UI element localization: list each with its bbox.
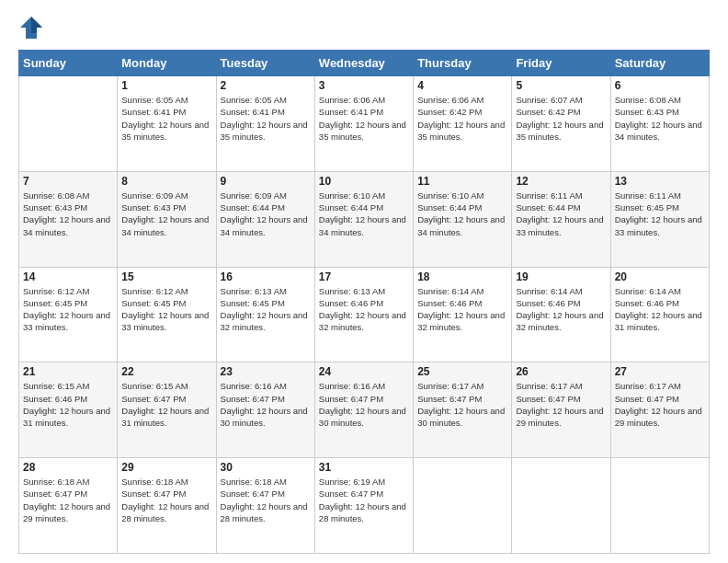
calendar-cell: 30Sunrise: 6:18 AMSunset: 6:47 PMDayligh…: [216, 458, 314, 554]
day-detail: Sunrise: 6:09 AMSunset: 6:44 PMDaylight:…: [221, 190, 311, 238]
day-number: 21: [23, 365, 113, 378]
svg-marker-1: [31, 17, 42, 33]
day-number: 30: [221, 461, 311, 474]
calendar-cell: 10Sunrise: 6:10 AMSunset: 6:44 PMDayligh…: [314, 171, 413, 267]
day-number: 11: [417, 175, 507, 188]
day-detail: Sunrise: 6:07 AMSunset: 6:42 PMDaylight:…: [516, 94, 606, 143]
day-number: 25: [417, 365, 507, 378]
calendar-cell: 22Sunrise: 6:15 AMSunset: 6:47 PMDayligh…: [118, 362, 216, 458]
calendar-cell: 17Sunrise: 6:13 AMSunset: 6:46 PMDayligh…: [314, 267, 413, 362]
day-number: 10: [319, 175, 409, 188]
day-number: 23: [221, 365, 311, 378]
calendar-header-wednesday: Wednesday: [314, 51, 413, 76]
calendar-cell: 24Sunrise: 6:16 AMSunset: 6:47 PMDayligh…: [314, 362, 413, 458]
calendar-cell: [414, 458, 512, 554]
day-number: 24: [319, 365, 409, 378]
calendar-cell: 18Sunrise: 6:14 AMSunset: 6:46 PMDayligh…: [414, 267, 512, 362]
day-number: 2: [221, 79, 311, 92]
day-detail: Sunrise: 6:11 AMSunset: 6:45 PMDaylight:…: [615, 190, 705, 238]
calendar-cell: 31Sunrise: 6:19 AMSunset: 6:47 PMDayligh…: [314, 458, 413, 554]
day-detail: Sunrise: 6:14 AMSunset: 6:46 PMDaylight:…: [417, 285, 507, 334]
calendar-cell: 25Sunrise: 6:17 AMSunset: 6:47 PMDayligh…: [414, 362, 512, 458]
day-detail: Sunrise: 6:18 AMSunset: 6:47 PMDaylight:…: [23, 476, 113, 524]
calendar-header-row: SundayMondayTuesdayWednesdayThursdayFrid…: [19, 51, 710, 76]
day-number: 15: [121, 270, 211, 283]
calendar-cell: 3Sunrise: 6:06 AMSunset: 6:41 PMDaylight…: [314, 76, 413, 172]
day-detail: Sunrise: 6:19 AMSunset: 6:47 PMDaylight:…: [319, 476, 409, 524]
day-detail: Sunrise: 6:13 AMSunset: 6:45 PMDaylight:…: [221, 285, 311, 334]
calendar-cell: 2Sunrise: 6:05 AMSunset: 6:41 PMDaylight…: [216, 76, 314, 172]
day-detail: Sunrise: 6:05 AMSunset: 6:41 PMDaylight:…: [221, 94, 311, 143]
page: SundayMondayTuesdayWednesdayThursdayFrid…: [0, 0, 728, 563]
calendar-header-tuesday: Tuesday: [216, 51, 314, 76]
calendar-cell: [19, 76, 118, 172]
day-number: 6: [615, 79, 705, 92]
day-detail: Sunrise: 6:14 AMSunset: 6:46 PMDaylight:…: [516, 285, 606, 334]
calendar-week-row: 28Sunrise: 6:18 AMSunset: 6:47 PMDayligh…: [19, 458, 710, 554]
day-detail: Sunrise: 6:15 AMSunset: 6:46 PMDaylight:…: [23, 380, 113, 429]
logo-icon: [18, 15, 44, 40]
logo: [18, 15, 48, 40]
day-detail: Sunrise: 6:16 AMSunset: 6:47 PMDaylight:…: [319, 380, 409, 429]
day-detail: Sunrise: 6:15 AMSunset: 6:47 PMDaylight:…: [121, 380, 211, 429]
calendar-cell: 15Sunrise: 6:12 AMSunset: 6:45 PMDayligh…: [118, 267, 216, 362]
day-number: 19: [516, 270, 606, 283]
calendar-week-row: 7Sunrise: 6:08 AMSunset: 6:43 PMDaylight…: [19, 171, 710, 267]
calendar-header-monday: Monday: [118, 51, 216, 76]
day-number: 22: [121, 365, 211, 378]
calendar-cell: 1Sunrise: 6:05 AMSunset: 6:41 PMDaylight…: [118, 76, 216, 172]
day-number: 17: [319, 270, 409, 283]
calendar-cell: 20Sunrise: 6:14 AMSunset: 6:46 PMDayligh…: [610, 267, 709, 362]
calendar-cell: 27Sunrise: 6:17 AMSunset: 6:47 PMDayligh…: [610, 362, 709, 458]
day-detail: Sunrise: 6:12 AMSunset: 6:45 PMDaylight:…: [121, 285, 211, 334]
calendar-header-sunday: Sunday: [19, 51, 118, 76]
day-number: 9: [221, 175, 311, 188]
day-detail: Sunrise: 6:10 AMSunset: 6:44 PMDaylight:…: [319, 190, 409, 238]
day-detail: Sunrise: 6:14 AMSunset: 6:46 PMDaylight:…: [615, 285, 705, 334]
calendar-cell: [512, 458, 610, 554]
day-detail: Sunrise: 6:09 AMSunset: 6:43 PMDaylight:…: [121, 190, 211, 238]
day-detail: Sunrise: 6:18 AMSunset: 6:47 PMDaylight:…: [221, 476, 311, 524]
day-number: 20: [615, 270, 705, 283]
calendar-cell: 23Sunrise: 6:16 AMSunset: 6:47 PMDayligh…: [216, 362, 314, 458]
day-detail: Sunrise: 6:08 AMSunset: 6:43 PMDaylight:…: [615, 94, 705, 143]
day-number: 14: [23, 270, 113, 283]
day-number: 16: [221, 270, 311, 283]
day-detail: Sunrise: 6:13 AMSunset: 6:46 PMDaylight:…: [319, 285, 409, 334]
calendar-cell: 12Sunrise: 6:11 AMSunset: 6:44 PMDayligh…: [512, 171, 610, 267]
day-number: 13: [615, 175, 705, 188]
day-detail: Sunrise: 6:18 AMSunset: 6:47 PMDaylight:…: [121, 476, 211, 524]
calendar-cell: 6Sunrise: 6:08 AMSunset: 6:43 PMDaylight…: [610, 76, 709, 172]
day-detail: Sunrise: 6:17 AMSunset: 6:47 PMDaylight:…: [615, 380, 705, 429]
calendar-cell: 7Sunrise: 6:08 AMSunset: 6:43 PMDaylight…: [19, 171, 118, 267]
day-number: 1: [121, 79, 211, 92]
calendar-cell: 9Sunrise: 6:09 AMSunset: 6:44 PMDaylight…: [216, 171, 314, 267]
day-detail: Sunrise: 6:11 AMSunset: 6:44 PMDaylight:…: [516, 190, 606, 238]
calendar-cell: 5Sunrise: 6:07 AMSunset: 6:42 PMDaylight…: [512, 76, 610, 172]
calendar-cell: 8Sunrise: 6:09 AMSunset: 6:43 PMDaylight…: [118, 171, 216, 267]
day-number: 5: [516, 79, 606, 92]
day-number: 18: [417, 270, 507, 283]
calendar-cell: 13Sunrise: 6:11 AMSunset: 6:45 PMDayligh…: [610, 171, 709, 267]
calendar-cell: 11Sunrise: 6:10 AMSunset: 6:44 PMDayligh…: [414, 171, 512, 267]
day-detail: Sunrise: 6:12 AMSunset: 6:45 PMDaylight:…: [23, 285, 113, 334]
day-number: 7: [23, 175, 113, 188]
day-number: 4: [417, 79, 507, 92]
calendar-cell: 19Sunrise: 6:14 AMSunset: 6:46 PMDayligh…: [512, 267, 610, 362]
header: [18, 15, 710, 40]
calendar-week-row: 14Sunrise: 6:12 AMSunset: 6:45 PMDayligh…: [19, 267, 710, 362]
day-number: 12: [516, 175, 606, 188]
day-number: 31: [319, 461, 409, 474]
calendar-header-friday: Friday: [512, 51, 610, 76]
calendar-header-saturday: Saturday: [610, 51, 709, 76]
day-detail: Sunrise: 6:06 AMSunset: 6:42 PMDaylight:…: [417, 94, 507, 143]
day-detail: Sunrise: 6:08 AMSunset: 6:43 PMDaylight:…: [23, 190, 113, 238]
day-number: 29: [121, 461, 211, 474]
day-detail: Sunrise: 6:17 AMSunset: 6:47 PMDaylight:…: [417, 380, 507, 429]
day-number: 3: [319, 79, 409, 92]
day-number: 26: [516, 365, 606, 378]
calendar-cell: [610, 458, 709, 554]
day-number: 27: [615, 365, 705, 378]
calendar-cell: 21Sunrise: 6:15 AMSunset: 6:46 PMDayligh…: [19, 362, 118, 458]
calendar-cell: 4Sunrise: 6:06 AMSunset: 6:42 PMDaylight…: [414, 76, 512, 172]
